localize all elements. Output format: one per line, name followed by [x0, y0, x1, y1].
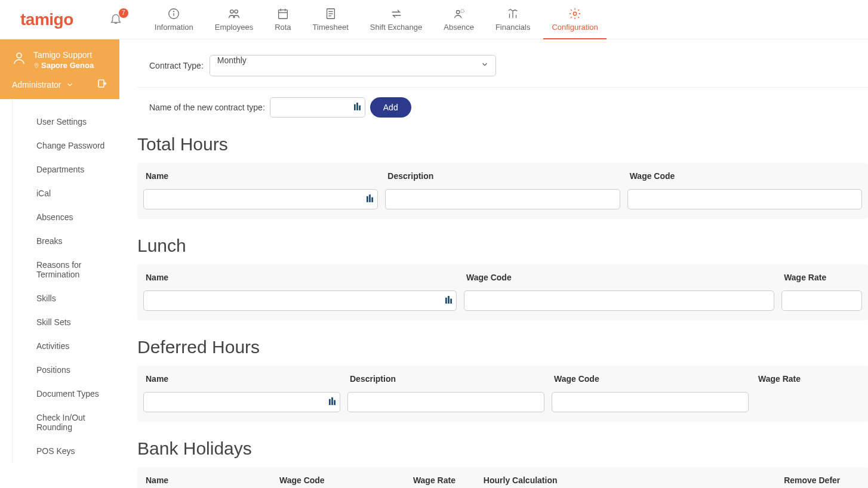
nav-label: Rota	[275, 23, 291, 32]
user-location[interactable]: Sapore Genoa	[33, 61, 94, 70]
total-hours-wagecode-input[interactable]	[627, 189, 862, 209]
new-contract-input[interactable]	[270, 97, 365, 118]
lunch-name-input[interactable]	[143, 291, 457, 311]
user-block: Tamigo Support Sapore Genoa Administrato…	[0, 39, 119, 99]
col-hourly-calc: Hourly Calculation	[481, 475, 774, 488]
sidenav-skills[interactable]: Skills	[24, 286, 119, 310]
nav-absence[interactable]: Absence	[435, 0, 482, 39]
sidenav-breaks[interactable]: Breaks	[24, 229, 119, 253]
section-total-hours: Total Hours Name Description Wage Code	[137, 118, 868, 219]
chevron-down-icon	[481, 60, 489, 71]
sidenav-change-password[interactable]: Change Password	[24, 134, 119, 157]
lunch-wagerate-input[interactable]	[781, 291, 862, 311]
deferred-name-input[interactable]	[143, 392, 340, 412]
svg-point-14	[460, 10, 464, 13]
sidenav-termination-reasons[interactable]: Reasons for Termination	[24, 253, 119, 286]
sidenav-skill-sets[interactable]: Skill Sets	[24, 310, 119, 334]
sidenav-user-settings[interactable]: User Settings	[24, 110, 119, 134]
svg-rect-31	[329, 399, 331, 405]
nav-financials[interactable]: Financials	[487, 0, 539, 39]
svg-point-19	[17, 53, 21, 58]
contract-type-label: Contract Type:	[149, 61, 204, 70]
nav-shift-exchange[interactable]: Shift Exchange	[362, 0, 430, 39]
chevron-down-icon	[66, 81, 74, 89]
section-title: Total Hours	[137, 134, 868, 155]
gear-icon	[568, 7, 581, 20]
col-remove-defer: Remove Defer	[781, 475, 862, 488]
col-description: Description	[347, 374, 544, 392]
svg-rect-33	[334, 400, 335, 405]
translate-icon[interactable]	[445, 295, 452, 306]
svg-rect-25	[367, 196, 368, 202]
nav-configuration[interactable]: Configuration	[543, 0, 606, 39]
sidenav-activities[interactable]: Activities	[24, 334, 119, 358]
total-hours-description-input[interactable]	[385, 189, 620, 209]
section-bank-holidays: Bank Holidays Name Wage Code Wage Rate	[137, 422, 868, 488]
role-selector[interactable]: Administrator	[12, 80, 74, 89]
svg-point-4	[235, 10, 238, 13]
notifications-button[interactable]: 7	[109, 12, 122, 27]
svg-rect-28	[445, 298, 447, 304]
svg-rect-5	[279, 10, 288, 19]
col-wage-rate: Wage Rate	[781, 273, 862, 291]
nav-label: Information	[155, 23, 193, 32]
total-hours-name-input[interactable]	[143, 189, 378, 209]
lunch-wagecode-input[interactable]	[464, 291, 774, 311]
nav-employees[interactable]: Employees	[207, 0, 261, 39]
nav-timesheet[interactable]: Timesheet	[304, 0, 357, 39]
translate-icon[interactable]	[329, 397, 335, 407]
main-nav: Information Employees Rota Timesheet Shi…	[146, 0, 607, 39]
svg-point-20	[36, 64, 37, 65]
financials-icon	[506, 7, 519, 20]
col-wage-code: Wage Code	[464, 273, 774, 291]
svg-rect-32	[331, 397, 333, 405]
top-bar: tamigo 7 Information Employees Rota Time…	[0, 0, 868, 39]
logout-icon	[97, 78, 107, 89]
calendar-icon	[276, 7, 290, 20]
deferred-description-input[interactable]	[347, 392, 544, 412]
deferred-wagecode-input[interactable]	[552, 392, 749, 412]
contract-type-select[interactable]: Monthly	[210, 55, 496, 76]
sidenav-positions[interactable]: Positions	[24, 358, 119, 382]
svg-point-13	[456, 11, 460, 14]
exchange-icon	[390, 7, 403, 20]
section-deferred-hours: Deferred Hours Name Description Wage Cod…	[137, 320, 868, 422]
sidenav-departments[interactable]: Departments	[24, 157, 119, 181]
col-wage-code: Wage Code	[627, 171, 862, 189]
logout-button[interactable]	[97, 78, 107, 91]
nav-label: Absence	[444, 23, 474, 32]
add-button[interactable]: Add	[370, 97, 411, 118]
svg-rect-23	[356, 103, 358, 110]
section-lunch: Lunch Name Wage Code Wage Rate	[137, 219, 868, 320]
sidenav-document-types[interactable]: Document Types	[24, 382, 119, 406]
nav-rota[interactable]: Rota	[266, 0, 299, 39]
svg-point-18	[573, 12, 577, 16]
translate-icon[interactable]	[367, 194, 373, 205]
sidenav-ical[interactable]: iCal	[24, 181, 119, 205]
col-name: Name	[143, 475, 270, 488]
timesheet-icon	[324, 7, 337, 20]
translate-icon[interactable]	[354, 102, 361, 113]
col-name: Name	[143, 273, 457, 291]
sidenav-pos-keys[interactable]: POS Keys	[24, 439, 119, 463]
main-content: Contract Type: Monthly Name of the new c…	[119, 39, 868, 488]
section-title: Bank Holidays	[137, 438, 868, 459]
sidenav-checkin-rounding[interactable]: Check In/Out Rounding	[24, 406, 119, 439]
col-description: Description	[385, 171, 620, 189]
employees-icon	[227, 7, 241, 20]
svg-rect-26	[369, 194, 371, 202]
col-wage-rate: Wage Rate	[756, 374, 845, 392]
absence-icon	[453, 7, 466, 20]
col-name: Name	[143, 171, 378, 189]
nav-label: Financials	[495, 23, 531, 32]
sidenav-absences[interactable]: Absences	[24, 205, 119, 229]
svg-rect-29	[448, 296, 450, 304]
pin-icon	[33, 62, 39, 69]
col-wage-rate: Wage Rate	[411, 475, 474, 488]
sidebar: Tamigo Support Sapore Genoa Administrato…	[0, 39, 119, 488]
nav-information[interactable]: Information	[146, 0, 202, 39]
user-name: Tamigo Support	[33, 50, 94, 60]
add-contract-row: Name of the new contract type: Add	[137, 88, 868, 118]
svg-rect-27	[372, 197, 374, 202]
new-contract-label: Name of the new contract type:	[149, 103, 265, 112]
